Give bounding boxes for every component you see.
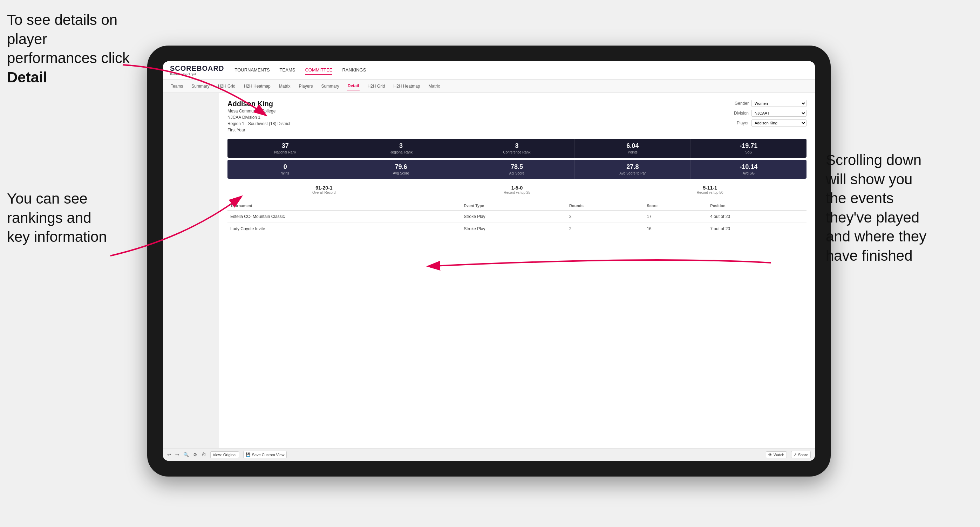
- player-info: Addison King Mesa Community College NJCA…: [228, 100, 290, 133]
- logo-area: SCOREBOARD Powered by clippd: [170, 65, 224, 76]
- col-position: Position: [707, 202, 807, 210]
- cell-event-type-2: Stroke Play: [461, 223, 566, 235]
- timer-icon: ⏱: [202, 452, 206, 457]
- stat-avg-score-label: Avg Score: [346, 171, 456, 175]
- sidebar: [163, 93, 219, 448]
- division-select[interactable]: NJCAA I NJCAA II: [751, 110, 807, 117]
- nav-committee[interactable]: COMMITTEE: [305, 66, 332, 75]
- annotation-right: Scrolling downwill show youthe eventsthe…: [826, 151, 973, 266]
- watch-button[interactable]: 👁 Watch: [766, 451, 787, 458]
- save-custom-button[interactable]: 💾 Save Custom View: [243, 451, 287, 458]
- stat-points: 6.04 Points: [575, 139, 690, 158]
- save-icon: 💾: [246, 452, 251, 457]
- cell-score-1: 17: [644, 210, 707, 223]
- record-top25-value: 1-5-0: [423, 185, 611, 190]
- top-nav-items: TOURNAMENTS TEAMS COMMITTEE RANKINGS: [234, 66, 366, 75]
- subnav-matrix2[interactable]: Matrix: [428, 83, 441, 90]
- subnav-players[interactable]: Players: [298, 83, 313, 90]
- stat-sos: -19.71 SoS: [691, 139, 807, 158]
- nav-rankings[interactable]: RANKINGS: [342, 66, 366, 75]
- main-content: Addison King Mesa Community College NJCA…: [219, 93, 815, 448]
- stat-avg-par-label: Avg Score to Par: [578, 171, 687, 175]
- player-region: Region 1 - Southwest (18) District: [228, 121, 290, 127]
- subnav-detail[interactable]: Detail: [347, 82, 360, 90]
- stat-avg-par: 27.8 Avg Score to Par: [575, 160, 690, 179]
- annotation-topleft-text: To see details on player performances cl…: [7, 11, 130, 66]
- stat-regional-rank-label: Regional Rank: [346, 150, 456, 154]
- cell-rounds-2: 2: [566, 223, 644, 235]
- stat-avg-sg-value: -10.14: [694, 163, 804, 171]
- cell-position-2: 7 out of 20: [707, 223, 807, 235]
- player-control: Player Addison King: [729, 119, 807, 127]
- record-overall-value: 91-20-1: [230, 185, 418, 190]
- cell-event-type-1: Stroke Play: [461, 210, 566, 223]
- record-top50: 5-11-1 Record vs top 50: [613, 184, 807, 196]
- player-select[interactable]: Addison King: [751, 119, 807, 127]
- view-original-button[interactable]: View: Original: [210, 451, 239, 458]
- stat-avg-score-value: 79.6: [346, 163, 456, 171]
- table-row[interactable]: Lady Coyote Invite Stroke Play 2 16 7 ou…: [228, 223, 807, 235]
- logo-sub: Powered by clippd: [170, 73, 224, 76]
- player-college: Mesa Community College: [228, 108, 290, 114]
- annotation-topleft: To see details on player performances cl…: [7, 11, 140, 87]
- subnav-summary2[interactable]: Summary: [320, 83, 340, 90]
- stat-adj-score-label: Adj Score: [462, 171, 572, 175]
- stat-national-rank-value: 37: [230, 142, 340, 149]
- stat-wins-label: Wins: [230, 171, 340, 175]
- table-header-row: Tournament Event Type Rounds Score Posit…: [228, 202, 807, 210]
- col-event-type: Event Type: [461, 202, 566, 210]
- save-custom-label: Save Custom View: [252, 453, 285, 457]
- stat-sos-label: SoS: [694, 150, 804, 154]
- records-row: 91-20-1 Overall Record 1-5-0 Record vs t…: [228, 184, 807, 196]
- subnav-h2h-heatmap2[interactable]: H2H Heatmap: [393, 83, 421, 90]
- stat-wins-value: 0: [230, 163, 340, 171]
- tablet-frame: SCOREBOARD Powered by clippd TOURNAMENTS…: [147, 46, 831, 476]
- nav-teams[interactable]: TEAMS: [280, 66, 296, 75]
- bottom-toolbar: ↩ ↪ 🔍 ⚙ ⏱ View: Original 💾 Save Custom V…: [163, 448, 815, 461]
- undo-icon: ↩: [167, 452, 171, 457]
- stat-adj-score: 78.5 Adj Score: [459, 160, 575, 179]
- stat-avg-sg: -10.14 Avg SG: [691, 160, 807, 179]
- stat-avg-score: 79.6 Avg Score: [343, 160, 459, 179]
- subnav-summary[interactable]: Summary: [191, 83, 210, 90]
- gender-select[interactable]: Women Men: [751, 100, 807, 107]
- zoom-icon: 🔍: [183, 452, 189, 457]
- stat-points-value: 6.04: [578, 142, 687, 149]
- stat-adj-score-value: 78.5: [462, 163, 572, 171]
- record-top50-value: 5-11-1: [616, 185, 804, 190]
- results-table: Tournament Event Type Rounds Score Posit…: [228, 202, 807, 235]
- record-top50-label: Record vs top 50: [616, 190, 804, 194]
- share-label: Share: [798, 453, 808, 457]
- eye-icon: 👁: [768, 453, 772, 457]
- view-original-label: View: Original: [213, 453, 237, 457]
- cell-position-1: 4 out of 20: [707, 210, 807, 223]
- division-label: Division: [729, 111, 749, 116]
- share-button[interactable]: ↗ Share: [791, 451, 811, 458]
- stat-avg-par-value: 27.8: [578, 163, 687, 171]
- annotation-bottomleft-text: You can seerankings andkey information: [7, 190, 107, 245]
- subnav-h2h-grid2[interactable]: H2H Grid: [367, 83, 385, 90]
- subnav-h2h-grid[interactable]: H2H Grid: [217, 83, 236, 90]
- record-top25: 1-5-0 Record vs top 25: [421, 184, 614, 196]
- table-row[interactable]: Estella CC- Mountain Classic Stroke Play…: [228, 210, 807, 223]
- nav-tournaments[interactable]: TOURNAMENTS: [234, 66, 269, 75]
- cell-rounds-1: 2: [566, 210, 644, 223]
- subnav-teams[interactable]: Teams: [170, 83, 184, 90]
- stat-national-rank-label: National Rank: [230, 150, 340, 154]
- share-icon: ↗: [794, 452, 797, 457]
- watch-label: Watch: [773, 453, 784, 457]
- stat-avg-sg-label: Avg SG: [694, 171, 804, 175]
- stats-row-1: 37 National Rank 3 Regional Rank 3 Confe…: [228, 139, 807, 158]
- stats-row-2: 0 Wins 79.6 Avg Score 78.5 Adj Score 27.…: [228, 160, 807, 179]
- redo-icon: ↪: [175, 452, 179, 457]
- cell-score-2: 16: [644, 223, 707, 235]
- subnav-h2h-heatmap[interactable]: H2H Heatmap: [243, 83, 271, 90]
- stat-conference-rank: 3 Conference Rank: [459, 139, 575, 158]
- cell-tournament-1: Estella CC- Mountain Classic: [228, 210, 461, 223]
- stat-conference-rank-value: 3: [462, 142, 572, 149]
- col-tournament: Tournament: [228, 202, 461, 210]
- record-overall: 91-20-1 Overall Record: [228, 184, 421, 196]
- stat-regional-rank-value: 3: [346, 142, 456, 149]
- subnav-matrix[interactable]: Matrix: [278, 83, 291, 90]
- stat-national-rank: 37 National Rank: [228, 139, 343, 158]
